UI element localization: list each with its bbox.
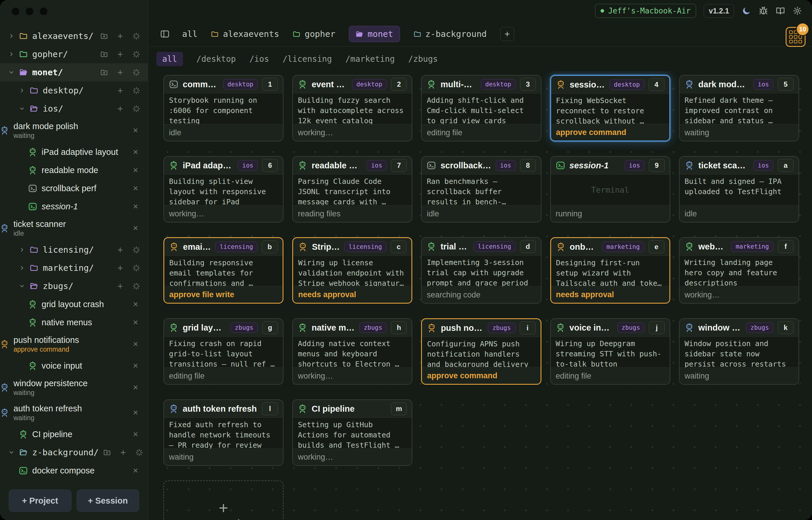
add-session-icon[interactable] [119, 448, 127, 457]
spark-icon[interactable] [132, 282, 140, 290]
chevron-right-icon[interactable] [19, 246, 25, 253]
session-card-stripe-web[interactable]: Stripe web…licensingcWiring up license v… [292, 237, 412, 304]
sidebar-session-ticket-scanner[interactable]: ticket scanneridle [0, 215, 148, 241]
close-icon[interactable] [132, 431, 139, 438]
sidebar-folder-gopher[interactable]: gopher/ [0, 45, 148, 63]
sidebar-session-window-persistence[interactable]: window persistencewaiting [0, 375, 148, 400]
sidebar-folder-z-background[interactable]: z-background/ [0, 443, 148, 462]
session-card-session-reco[interactable]: session reco…desktop4Fixing WebSocket re… [550, 75, 670, 141]
sidebar-folder-alexaevents[interactable]: alexaevents/ [0, 27, 148, 45]
chevron-right-icon[interactable] [19, 87, 25, 94]
session-card-onboarding[interactable]: onboarding…marketingeDesigning first-run… [550, 237, 670, 304]
session-card-ci-pipeline[interactable]: CI pipelinemSetting up GitHub Actions fo… [292, 399, 412, 466]
chevron-down-icon[interactable] [8, 449, 15, 456]
add-session-icon[interactable] [116, 246, 124, 254]
close-icon[interactable] [132, 127, 139, 134]
tab-z-background[interactable]: z-background [414, 29, 487, 39]
grid-view-toggle-button[interactable]: 10 [786, 27, 806, 47]
sidebar-folder-monet[interactable]: monet/ [0, 63, 148, 81]
chevron-down-icon[interactable] [8, 69, 15, 76]
session-card-event-search[interactable]: event searchdesktop2Building fuzzy searc… [292, 75, 412, 141]
window-minimize-button[interactable] [26, 8, 33, 15]
tab-all[interactable]: all [182, 29, 198, 39]
session-card-window-persist[interactable]: window persist…zbugskWindow position and… [679, 318, 799, 385]
chevron-right-icon[interactable] [19, 265, 25, 271]
add-folder-icon[interactable] [100, 69, 108, 76]
close-icon[interactable] [132, 225, 139, 232]
sidebar-session-docker-compose[interactable]: docker compose [0, 462, 148, 479]
tab-monet[interactable]: monet [349, 26, 400, 42]
close-icon[interactable] [132, 319, 139, 326]
spark-icon[interactable] [132, 50, 140, 58]
session-card-auth-token-refresh[interactable]: auth token refreshlFixed auth refresh to… [163, 399, 284, 466]
spark-icon[interactable] [132, 87, 140, 95]
session-card-command-pal[interactable]: command pal…desktop1Storybook running on… [163, 75, 284, 141]
sidebar-session-ipad-adaptive-layout[interactable]: iPad adaptive layout [0, 143, 148, 161]
session-card-ipad-adaptive-lay[interactable]: iPad adaptive lay…ios6Building split-vie… [163, 156, 284, 223]
add-session-icon[interactable] [116, 105, 124, 113]
close-icon[interactable] [132, 166, 139, 174]
session-card-trial-limits[interactable]: trial limitslicensingdImplementing 3-ses… [421, 237, 541, 304]
sidebar-folder-ios[interactable]: ios/ [0, 100, 148, 118]
sidebar-session-push-notifications[interactable]: push notificationsapprove command [0, 332, 148, 357]
chevron-right-icon[interactable] [8, 33, 15, 39]
sidebar-folder-licensing[interactable]: licensing/ [0, 241, 148, 259]
spark-icon[interactable] [132, 32, 140, 40]
sidebar-folder-desktop[interactable]: desktop/ [0, 81, 148, 100]
sidebar-session-grid-layout-crash[interactable]: grid layout crash [0, 295, 148, 313]
sidebar-session-session-1[interactable]: session-1 [0, 197, 148, 215]
sidebar-session-voice-input[interactable]: voice input [0, 357, 148, 375]
close-icon[interactable] [132, 362, 139, 369]
session-card-voice-input[interactable]: voice inputzbugsjWiring up Deepgram stre… [550, 318, 670, 385]
add-session-icon[interactable] [116, 32, 124, 40]
session-card-dark-mode-polish[interactable]: dark mode polishios5Refined dark theme —… [679, 75, 799, 141]
add-session-icon[interactable] [116, 282, 124, 290]
filter-chip-zbugs[interactable]: /zbugs [408, 54, 438, 64]
add-session-icon[interactable] [116, 264, 124, 272]
window-zoom-button[interactable] [40, 8, 48, 15]
session-card-push-notificati[interactable]: push notificati…zbugsiConfiguring APNS p… [421, 318, 541, 385]
close-icon[interactable] [132, 340, 139, 347]
sidebar-session-dark-mode-polish[interactable]: dark mode polishwaiting [0, 118, 148, 143]
chevron-right-icon[interactable] [8, 51, 15, 57]
sidebar-session-auth-token-refresh[interactable]: auth token refreshwaiting [0, 400, 148, 425]
spark-icon[interactable] [135, 448, 143, 457]
tab-alexaevents[interactable]: alexaevents [211, 29, 279, 39]
spark-icon[interactable] [132, 246, 140, 254]
add-session-icon[interactable] [116, 87, 124, 95]
dark-mode-icon[interactable] [742, 6, 751, 16]
close-icon[interactable] [132, 149, 139, 155]
sidebar-session-readable-mode[interactable]: readable mode [0, 161, 148, 179]
sidebar-session-ci-pipeline[interactable]: CI pipeline [0, 425, 148, 443]
bug-report-icon[interactable] [759, 6, 768, 16]
session-card-grid-layout-crash[interactable]: grid layout crashzbugsgFixing crash on r… [163, 318, 284, 385]
sidebar-folder-zbugs[interactable]: zbugs/ [0, 277, 148, 295]
settings-icon[interactable] [793, 6, 802, 16]
add-folder-icon[interactable] [100, 32, 108, 40]
session-card-ticket-scanner[interactable]: ticket scanneriosaBuilt and signed — IPA… [679, 156, 799, 223]
spark-icon[interactable] [132, 69, 140, 76]
add-session-button[interactable]: + Session [77, 490, 139, 512]
session-card-readable-mode[interactable]: readable modeios7Parsing Claude Code JSO… [292, 156, 412, 223]
tab-gopher[interactable]: gopher [292, 29, 335, 39]
chevron-down-icon[interactable] [19, 283, 25, 289]
add-session-icon[interactable] [116, 69, 124, 76]
sidebar-folder-marketing[interactable]: marketing/ [0, 259, 148, 277]
close-icon[interactable] [132, 409, 139, 416]
sidebar-session-native-menus[interactable]: native menus [0, 313, 148, 332]
chevron-down-icon[interactable] [19, 105, 25, 112]
add-folder-icon[interactable] [103, 448, 111, 457]
close-icon[interactable] [132, 301, 139, 308]
sidebar-session-expo-dev-server[interactable]: expo dev server [0, 479, 148, 484]
filter-chip-all[interactable]: all [156, 52, 183, 66]
session-card-native-menus[interactable]: native menuszbugshAdding native context … [292, 318, 412, 385]
window-close-button[interactable] [12, 8, 19, 15]
filter-chip-marketing[interactable]: /marketing [345, 54, 395, 64]
session-card-email-templ[interactable]: email templ…licensingbBuilding responsiv… [163, 237, 284, 304]
add-project-button[interactable]: + Project [9, 490, 72, 512]
filter-chip-ios[interactable]: /ios [249, 54, 269, 64]
add-session-icon[interactable] [116, 50, 124, 58]
add-folder-icon[interactable] [100, 50, 108, 58]
filter-chip-desktop[interactable]: /desktop [197, 54, 236, 64]
filter-chip-licensing[interactable]: /licensing [283, 54, 332, 64]
